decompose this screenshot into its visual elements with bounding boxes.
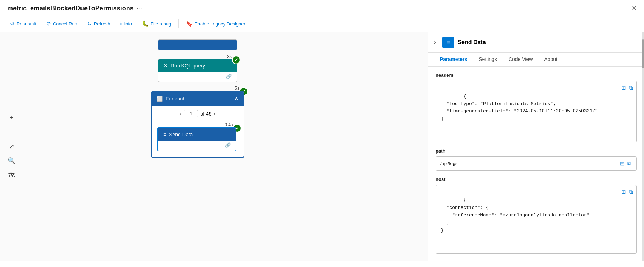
headers-label: headers bbox=[436, 72, 637, 78]
next-page-button[interactable]: › bbox=[214, 111, 216, 117]
host-actions: ⊞ ⧉ bbox=[621, 188, 634, 196]
file-a-bug-button[interactable]: 🐛 File a bug bbox=[138, 18, 175, 29]
resubmit-label: Resubmit bbox=[17, 21, 36, 27]
foreach-container[interactable]: ⬜ For each ∧ ‹ of 49 › bbox=[151, 91, 244, 158]
resubmit-button[interactable]: ↺ Resubmit bbox=[6, 18, 41, 29]
headers-grid-button[interactable]: ⊞ bbox=[621, 84, 627, 92]
path-value: /api/logs bbox=[440, 161, 457, 166]
tab-about-label: About bbox=[544, 56, 557, 62]
toolbar: ↺ Resubmit ⊘ Cancel Run ↻ Refresh ℹ Info… bbox=[0, 15, 644, 32]
panel-content: headers { "Log-Type": "PlatformInsights_… bbox=[428, 67, 644, 261]
file-a-bug-label: File a bug bbox=[151, 21, 171, 27]
enable-legacy-label: Enable Legacy Designer bbox=[194, 21, 245, 27]
fit-icon: ⤢ bbox=[9, 142, 14, 150]
headers-copy-button[interactable]: ⧉ bbox=[628, 84, 634, 92]
page-input[interactable] bbox=[184, 110, 198, 117]
zoom-out-button[interactable]: − bbox=[6, 126, 17, 138]
send-data-icon: ≡ bbox=[163, 132, 166, 137]
run-kql-header: ✕ Run KQL query bbox=[158, 59, 237, 72]
panel-scroll-thumb bbox=[642, 39, 644, 68]
foreach-inner-connector bbox=[198, 120, 198, 127]
zoom-out-icon: − bbox=[10, 128, 14, 136]
panel-icon-symbol: ≡ bbox=[447, 39, 450, 46]
path-grid-button[interactable]: ⊞ bbox=[619, 160, 625, 168]
zoom-in-icon: + bbox=[10, 114, 14, 122]
cancel-run-button[interactable]: ⊘ Cancel Run bbox=[42, 18, 82, 29]
info-button[interactable]: ℹ Info bbox=[116, 18, 136, 29]
host-label: host bbox=[436, 177, 637, 182]
tab-parameters-label: Parameters bbox=[440, 56, 467, 62]
flow-container: 3s ✓ ✕ Run KQL query 🔗 5s ✓ ⬜ bbox=[151, 32, 244, 158]
bug-icon: 🐛 bbox=[142, 20, 149, 27]
send-data-header: ≡ Send Data bbox=[158, 128, 236, 141]
cancel-run-icon: ⊘ bbox=[46, 20, 51, 27]
side-tools: + − ⤢ 🔍 🗺 bbox=[6, 112, 17, 181]
refresh-button[interactable]: ↻ Refresh bbox=[83, 18, 115, 29]
prev-page-button[interactable]: ‹ bbox=[180, 111, 182, 117]
right-panel: › ≡ Send Data Parameters Settings Code V… bbox=[428, 32, 644, 261]
foreach-badge-label: 5s bbox=[235, 86, 239, 91]
run-kql-footer: 🔗 bbox=[158, 72, 237, 82]
main-area: + − ⤢ 🔍 🗺 3s ✓ bbox=[0, 32, 644, 261]
foreach-label: For each bbox=[166, 96, 185, 102]
host-code-box: { "connection": { "referenceName": "azur… bbox=[436, 185, 637, 254]
enable-legacy-button[interactable]: 🔖 Enable Legacy Designer bbox=[181, 18, 250, 29]
panel-tabs: Parameters Settings Code View About bbox=[428, 53, 644, 67]
tab-code-view-label: Code View bbox=[509, 56, 533, 62]
page-total: of 49 bbox=[200, 111, 211, 117]
tab-settings-label: Settings bbox=[479, 56, 497, 62]
foreach-wrapper: 5s ✓ ⬜ For each ∧ ‹ of 49 bbox=[151, 91, 244, 158]
run-kql-node[interactable]: 3s ✓ ✕ Run KQL query 🔗 bbox=[158, 59, 237, 82]
tab-settings[interactable]: Settings bbox=[473, 53, 503, 66]
send-data-node[interactable]: ≡ Send Data 🔗 bbox=[157, 127, 236, 151]
fit-button[interactable]: ⤢ bbox=[6, 141, 17, 152]
toolbar-divider bbox=[178, 19, 179, 28]
tab-parameters[interactable]: Parameters bbox=[434, 53, 473, 66]
flow-canvas[interactable]: + − ⤢ 🔍 🗺 3s ✓ bbox=[0, 32, 428, 261]
run-kql-icon: ✕ bbox=[164, 63, 168, 69]
host-copy-button[interactable]: ⧉ bbox=[628, 188, 634, 196]
send-data-label: Send Data bbox=[169, 132, 193, 137]
run-kql-success-badge: ✓ bbox=[232, 56, 240, 64]
tab-about[interactable]: About bbox=[538, 53, 563, 66]
panel-title: Send Data bbox=[457, 39, 486, 46]
resubmit-icon: ↺ bbox=[10, 20, 15, 27]
headers-content: { "Log-Type": "PlatformInsights_Metrics"… bbox=[441, 94, 598, 121]
foreach-pagination: ‹ of 49 › bbox=[157, 110, 238, 117]
send-data-link-icon: 🔗 bbox=[225, 142, 231, 148]
run-kql-label: Run KQL query bbox=[171, 63, 205, 69]
zoom-in-button[interactable]: + bbox=[6, 112, 17, 123]
panel-scrollbar[interactable] bbox=[642, 32, 644, 261]
run-kql-badge-label: 3s bbox=[227, 54, 232, 59]
panel-header: › ≡ Send Data bbox=[428, 32, 644, 53]
page-title: metric_emailsBlockedDueToPermissions bbox=[7, 5, 134, 12]
host-content: { "connection": { "referenceName": "azur… bbox=[441, 197, 589, 233]
top-node-partial[interactable] bbox=[158, 39, 237, 50]
tab-code-view[interactable]: Code View bbox=[503, 53, 538, 66]
search-icon: 🔍 bbox=[8, 157, 15, 165]
path-field: /api/logs ⊞ ⧉ bbox=[436, 156, 637, 171]
foreach-collapse-button[interactable]: ∧ bbox=[234, 95, 239, 102]
panel-expand-button[interactable]: › bbox=[434, 39, 436, 46]
foreach-icon: ⬜ bbox=[157, 96, 163, 102]
connector-top bbox=[198, 50, 198, 59]
info-label: Info bbox=[124, 21, 132, 27]
send-data-wrapper: 0.4s ✓ ≡ Send Data 🔗 bbox=[157, 127, 238, 151]
title-bar: metric_emailsBlockedDueToPermissions ···… bbox=[0, 0, 644, 15]
path-copy-button[interactable]: ⧉ bbox=[627, 160, 632, 168]
panel-icon: ≡ bbox=[442, 37, 454, 48]
search-button[interactable]: 🔍 bbox=[6, 155, 17, 167]
bookmark-icon: 🔖 bbox=[186, 20, 193, 27]
path-actions: ⊞ ⧉ bbox=[619, 160, 632, 168]
map-button[interactable]: 🗺 bbox=[6, 169, 17, 181]
refresh-icon: ↻ bbox=[87, 20, 92, 27]
foreach-header: ⬜ For each ∧ bbox=[152, 92, 244, 106]
run-kql-link-icon: 🔗 bbox=[226, 74, 232, 79]
info-icon: ℹ bbox=[120, 20, 122, 27]
headers-actions: ⊞ ⧉ bbox=[621, 84, 634, 92]
title-more-icon[interactable]: ··· bbox=[137, 5, 142, 12]
close-button[interactable]: ✕ bbox=[631, 4, 637, 12]
send-data-footer: 🔗 bbox=[158, 141, 236, 151]
cancel-run-label: Cancel Run bbox=[53, 21, 77, 27]
host-grid-button[interactable]: ⊞ bbox=[621, 188, 627, 196]
